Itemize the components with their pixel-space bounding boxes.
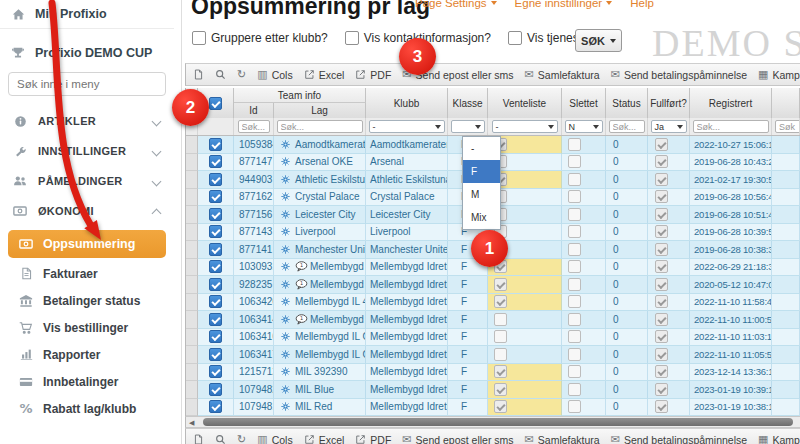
team-name[interactable]: Athletic Eskilstuna [295,174,366,185]
completed-checkbox[interactable] [655,243,668,256]
team-name[interactable]: MIL Blue [295,384,334,395]
completed-checkbox[interactable] [655,330,668,343]
team-name[interactable]: Manchester United [295,244,366,255]
completed-checkbox[interactable] [655,208,668,221]
team-name[interactable]: Crystal Palace [295,191,359,202]
column-header-lag[interactable]: Lag [274,103,366,118]
row-select-cell[interactable] [198,294,234,312]
venteliste-filter-select[interactable]: - [492,120,558,133]
completed-checkbox[interactable] [655,365,668,378]
sidebar-item-fakturaer[interactable]: Fakturaer [0,260,174,287]
row-checkbox[interactable] [209,190,222,203]
team-name[interactable]: Mellembygd IL [310,314,366,325]
klasse-option--[interactable]: - [463,137,500,160]
select-all-checkbox[interactable] [209,97,222,110]
deleted-checkbox[interactable] [568,365,581,378]
team-name[interactable]: Mellembygd IL Ole3 [295,349,366,360]
klasse-option-m[interactable]: M [463,183,500,206]
checkbox[interactable] [508,31,522,45]
row-checkbox[interactable] [209,173,222,186]
row-checkbox[interactable] [209,138,222,151]
deleted-checkbox[interactable] [568,400,581,413]
completed-checkbox[interactable] [655,400,668,413]
new-doc-button[interactable] [193,434,204,444]
row-select-cell[interactable] [198,259,234,277]
speech-bubble-icon[interactable]: 1 [295,314,308,325]
team-name[interactable]: MIL 392390 [295,366,347,377]
deleted-checkbox[interactable] [568,278,581,291]
scrollbar-thumb[interactable] [203,418,793,426]
row-checkbox[interactable] [209,365,222,378]
waitlist-checkbox[interactable] [494,330,507,343]
team-name[interactable]: MIL Red [295,401,332,412]
matches-button[interactable]: ▦Kamper [758,433,800,444]
completed-checkbox[interactable] [655,348,668,361]
row-select-cell[interactable] [198,136,234,154]
deleted-checkbox[interactable] [568,383,581,396]
checkbox[interactable] [345,31,359,45]
payment-reminder-button[interactable]: ✉Send betalingspåminnelse [611,68,747,81]
row-select-cell[interactable] [198,189,234,207]
row-checkbox[interactable] [209,208,222,221]
completed-checkbox[interactable] [655,383,668,396]
row-select-cell[interactable] [198,399,234,417]
row-checkbox[interactable] [209,260,222,273]
row-select-cell[interactable] [198,171,234,189]
team-name[interactable]: Mellembygd IL 4 [295,296,366,307]
column-header-id[interactable]: Id [234,103,274,118]
collective-invoice-button[interactable]: ✉Samlefaktura [525,433,600,444]
klasse-option-mix[interactable]: Mix [463,206,500,229]
deleted-checkbox[interactable] [568,225,581,238]
send-email-sms-button[interactable]: ✉Send epost eller sms [402,433,513,444]
completed-checkbox[interactable] [655,295,668,308]
checkbox[interactable] [192,31,206,45]
row-checkbox[interactable] [209,400,222,413]
collective-invoice-button[interactable]: ✉Samlefaktura [525,68,600,81]
row-checkbox[interactable] [209,295,222,308]
sidebar-item-tournament[interactable]: Profixio DEMO CUP [0,29,174,64]
row-select-cell[interactable] [198,381,234,399]
extra-filter-input[interactable] [775,120,800,133]
row-checkbox[interactable] [209,313,222,326]
deleted-checkbox[interactable] [568,348,581,361]
scroll-left-arrow-icon[interactable]: ◀ [189,418,194,428]
sidebar-item-vis-bestillinger[interactable]: Vis bestillinger [0,314,174,341]
lag-filter-input[interactable] [277,120,363,133]
deleted-checkbox[interactable] [568,295,581,308]
completed-checkbox[interactable] [655,260,668,273]
row-select-cell[interactable] [198,311,234,329]
row-select-cell[interactable] [198,241,234,259]
completed-checkbox[interactable] [655,138,668,151]
row-select-cell[interactable] [198,224,234,242]
sidebar-section-pameldinger[interactable]: PÅMELDINGER [0,166,174,196]
completed-checkbox[interactable] [655,225,668,238]
group-by-club-checkbox[interactable]: Gruppere etter klubb? [192,31,328,45]
sidebar-section-artikler[interactable]: ARTIKLER [0,106,174,136]
sidebar-item-rapporter[interactable]: Rapporter [0,341,174,368]
own-settings-link[interactable]: Egne innstillinger [515,0,613,9]
deleted-checkbox[interactable] [568,173,581,186]
sidebar-item-innbetalinger[interactable]: Innbetalinger [0,368,174,395]
excel-button[interactable]: Excel [304,69,345,81]
waitlist-checkbox[interactable] [494,278,507,291]
sidebar-item-min-profixio[interactable]: Min Profixio [0,0,174,29]
id-filter-input[interactable] [238,120,270,133]
pdf-button[interactable]: PDF [355,434,391,444]
horizontal-scrollbar[interactable]: ◀ [185,416,800,428]
row-select-cell[interactable] [198,276,234,294]
deleted-checkbox[interactable] [568,138,581,151]
column-header-registrert[interactable]: Registrert [690,88,772,118]
team-name[interactable]: Liverpool [295,226,336,237]
completed-checkbox[interactable] [655,173,668,186]
speech-bubble-icon[interactable]: 1 [295,279,308,290]
payment-reminder-button[interactable]: ✉Send betalingspåminnelse [611,433,747,444]
team-name[interactable]: Mellembygd IL Ole2 [295,331,366,342]
sok-button[interactable]: SØK [575,29,622,52]
refresh-button[interactable]: ↻ [237,433,246,444]
row-checkbox[interactable] [209,155,222,168]
column-header-fullfort[interactable]: Fullført? [648,88,690,118]
excel-button[interactable]: Excel [304,434,345,444]
waitlist-checkbox[interactable] [494,383,507,396]
sidebar-item-betalinger-status[interactable]: Betalinger status [0,287,174,314]
team-name[interactable]: Arsenal OKE [295,156,353,167]
